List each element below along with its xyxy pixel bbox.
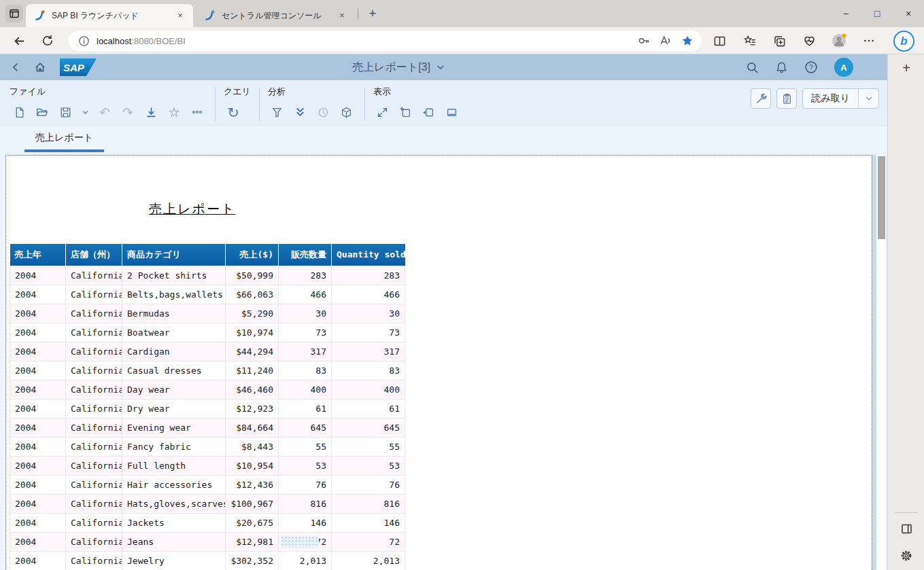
table-cell[interactable]: 2004 (10, 418, 66, 437)
table-cell[interactable]: 317 (332, 342, 405, 361)
table-cell[interactable]: 645 (279, 418, 332, 437)
table-cell[interactable]: $5,290 (226, 304, 279, 323)
table-cell[interactable]: $20,675 (226, 513, 279, 532)
search-icon[interactable] (746, 61, 759, 74)
table-cell[interactable]: California (66, 342, 122, 361)
collections-icon[interactable] (771, 33, 787, 49)
table-cell[interactable]: 53 (332, 456, 405, 475)
favorites-hub-icon[interactable] (741, 33, 757, 49)
tab-close-icon[interactable]: × (174, 10, 186, 22)
table-cell[interactable]: 73 (332, 323, 405, 342)
favorite-star-icon[interactable] (680, 33, 695, 48)
table-cell[interactable]: 2004 (10, 304, 66, 323)
address-bar[interactable]: localhost:8080/BOE/BI (68, 31, 702, 51)
table-cell[interactable]: 400 (332, 380, 405, 399)
table-cell[interactable]: Jackets (122, 513, 226, 532)
table-cell[interactable]: $12,923 (226, 399, 279, 418)
table-cell[interactable]: Cardigan (122, 342, 226, 361)
table-cell[interactable]: 2,013 (279, 551, 332, 570)
column-header[interactable]: 売上($) (226, 244, 279, 266)
table-cell[interactable]: Belts,bags,wallets (122, 285, 226, 304)
table-cell[interactable]: $11,240 (226, 361, 279, 380)
drill-down-button[interactable] (291, 103, 310, 122)
table-cell[interactable]: 2004 (10, 494, 66, 513)
column-header[interactable]: 店舗（州） (66, 244, 122, 266)
column-header[interactable]: 販売数量 (279, 244, 332, 266)
table-cell[interactable]: 53 (279, 456, 332, 475)
table-cell[interactable]: $84,664 (226, 418, 279, 437)
fullscreen-button[interactable] (373, 103, 392, 122)
export-download-button[interactable] (141, 103, 160, 122)
site-info-icon[interactable] (76, 33, 91, 48)
design-tools-button[interactable] (751, 88, 771, 109)
outline-clipboard-button[interactable] (776, 88, 797, 109)
table-cell[interactable]: Jeans (122, 532, 226, 551)
table-cell[interactable]: Bermudas (122, 304, 226, 323)
undo-button[interactable]: ↶ (95, 103, 114, 122)
browser-tab-active[interactable]: SAP BI ラウンチパッド × (26, 4, 193, 27)
refresh-query-button[interactable]: ↻ (224, 103, 243, 122)
table-cell[interactable]: California (66, 361, 122, 380)
table-cell[interactable]: California (66, 285, 122, 304)
profile-avatar[interactable] (831, 33, 847, 49)
table-cell[interactable]: $12,981 (226, 532, 279, 551)
user-avatar[interactable]: A (834, 58, 853, 77)
maximize-button[interactable]: □ (861, 0, 893, 27)
sidebar-panel-icon[interactable] (898, 520, 914, 537)
save-menu-chevron-icon[interactable] (79, 103, 91, 122)
table-cell[interactable]: Day wear (122, 380, 226, 399)
table-cell[interactable]: 816 (279, 494, 332, 513)
table-cell[interactable]: California (66, 494, 122, 513)
table-cell[interactable]: 645 (332, 418, 405, 437)
table-cell[interactable]: 72 (332, 532, 405, 551)
table-cell[interactable]: 30 (332, 304, 405, 323)
table-cell[interactable]: 2004 (10, 532, 66, 551)
home-icon[interactable] (31, 58, 49, 76)
table-cell[interactable]: 30 (279, 304, 332, 323)
password-key-icon[interactable] (636, 33, 651, 48)
bing-chat-button[interactable]: b (893, 31, 914, 52)
table-cell[interactable]: 55 (279, 437, 332, 456)
table-cell[interactable]: California (66, 266, 122, 285)
table-cell[interactable]: California (66, 532, 122, 551)
table-cell[interactable]: 76 (279, 475, 332, 494)
table-cell[interactable]: 146 (279, 513, 332, 532)
table-cell[interactable]: California (66, 304, 122, 323)
table-cell[interactable]: 816 (332, 494, 405, 513)
notifications-bell-icon[interactable] (775, 61, 788, 74)
table-cell[interactable]: $10,974 (226, 323, 279, 342)
table-cell[interactable]: Hair accessories (122, 475, 226, 494)
table-cell[interactable]: $44,294 (226, 342, 279, 361)
table-cell[interactable]: 317 (279, 342, 332, 361)
table-cell[interactable]: 2004 (10, 266, 66, 285)
table-cell[interactable]: 83 (279, 361, 332, 380)
filter-button[interactable] (268, 103, 287, 122)
table-cell[interactable]: California (66, 551, 122, 570)
table-cell[interactable]: 283 (279, 266, 332, 285)
favorite-star-button[interactable]: ☆ (165, 103, 184, 122)
table-cell[interactable]: 83 (332, 361, 405, 380)
table-cell[interactable]: California (66, 399, 122, 418)
tab-actions-button[interactable] (5, 5, 23, 22)
table-cell[interactable]: Evening wear (122, 418, 226, 437)
url-text[interactable]: localhost:8080/BOE/BI (97, 36, 630, 46)
table-cell[interactable]: California (66, 323, 122, 342)
table-cell[interactable]: 2004 (10, 513, 66, 532)
table-cell[interactable]: $8,443 (226, 437, 279, 456)
table-cell[interactable]: 400 (279, 380, 332, 399)
table-cell[interactable]: 2004 (10, 437, 66, 456)
table-cell[interactable]: 2004 (10, 285, 66, 304)
table-cell[interactable]: $100,967 (226, 494, 279, 513)
table-cell[interactable]: Jewelry (122, 551, 226, 570)
table-cell[interactable]: $66,063 (226, 285, 279, 304)
split-screen-icon[interactable] (711, 33, 728, 49)
sidebar-settings-gear-icon[interactable] (898, 548, 914, 564)
scrollbar-thumb[interactable] (878, 156, 885, 239)
document-title-menu[interactable]: 売上レポート[3] (352, 54, 445, 80)
table-cell[interactable]: 73 (279, 323, 332, 342)
new-document-button[interactable] (10, 103, 29, 122)
table-cell[interactable]: California (66, 456, 122, 475)
window-view-button[interactable] (443, 103, 462, 122)
table-cell[interactable]: 2004 (10, 380, 66, 399)
sidebar-add-button[interactable]: + (897, 60, 915, 77)
